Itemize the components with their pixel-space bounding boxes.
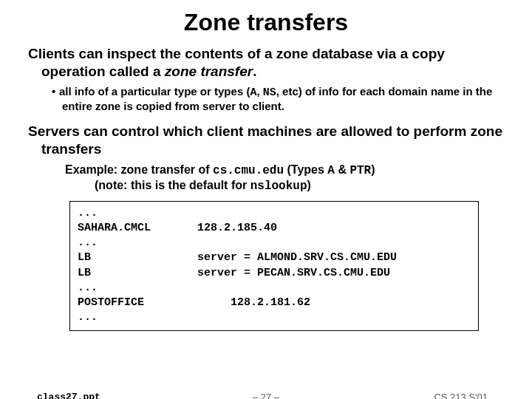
para-servers: Servers can control which client machine… [28, 123, 504, 158]
bullet-a: all info of a particular type or types ( [59, 85, 250, 98]
bullet-c: , [256, 85, 262, 98]
ex-c: (Types [284, 163, 327, 176]
para-clients: Clients can inspect the contents of a zo… [28, 45, 504, 81]
ex2-c: ) [307, 179, 310, 191]
code-box: ... SAHARA.CMCL 128.2.185.40 ... LB serv… [69, 201, 479, 331]
bullet-dot: • [52, 85, 59, 99]
ex2-a: (note: this is the default for [95, 179, 250, 191]
ex-e: & [335, 163, 349, 176]
type-ns: NS [263, 86, 276, 99]
ex-g: ) [371, 163, 375, 176]
footer-course: CS 213 S'01 [434, 392, 488, 399]
slide-title: Zone transfers [28, 9, 504, 36]
bullet-all-info: •all info of a particular type or types … [52, 85, 504, 115]
ex-nslookup: nslookup [250, 180, 307, 193]
ex-domain: cs.cmu.edu [213, 164, 284, 177]
para-clients-c: . [253, 64, 256, 79]
ex-a: Example: zone transfer of [65, 163, 213, 176]
zone-transfer-term: zone transfer [165, 64, 253, 79]
example-block: Example: zone transfer of cs.cmu.edu (Ty… [65, 163, 504, 194]
example-line1: Example: zone transfer of cs.cmu.edu (Ty… [65, 163, 504, 178]
slide: Zone transfers Clients can inspect the c… [0, 0, 532, 399]
ex-type-a: A [327, 164, 335, 177]
ex-type-ptr: PTR [349, 164, 371, 177]
example-line2: (note: this is the default for nslookup) [95, 178, 504, 194]
